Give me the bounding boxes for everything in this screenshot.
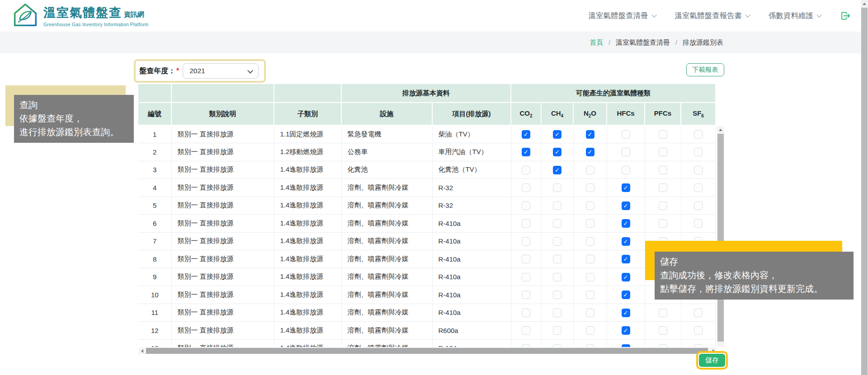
scroll-left-button[interactable]	[138, 347, 146, 354]
gas-checkbox-unchecked[interactable]	[522, 309, 530, 317]
gas-checkbox-unchecked[interactable]	[622, 166, 630, 174]
gas-checkbox-checked[interactable]	[622, 202, 630, 210]
gas-checkbox-unchecked[interactable]	[553, 309, 561, 317]
gas-checkbox-unchecked[interactable]	[694, 326, 703, 335]
nav-item-coefficient[interactable]: 係數資料維護	[769, 11, 821, 21]
page-scroll-thumb[interactable]	[861, 8, 868, 375]
gas-checkbox-unchecked[interactable]	[522, 166, 530, 174]
gas-checkbox-unchecked[interactable]	[553, 183, 561, 192]
gas-checkbox-unchecked[interactable]	[553, 344, 561, 347]
gas-checkbox-checked[interactable]	[622, 326, 630, 335]
horizontal-scroll-thumb[interactable]	[146, 348, 708, 354]
gas-checkbox-unchecked[interactable]	[659, 166, 667, 174]
gas-cell	[511, 339, 541, 347]
save-button[interactable]: 儲存	[699, 354, 725, 367]
gas-checkbox-unchecked[interactable]	[522, 219, 530, 228]
gas-checkbox-checked[interactable]	[553, 148, 561, 156]
gas-checkbox-unchecked[interactable]	[553, 237, 561, 246]
gas-checkbox-unchecked[interactable]	[694, 183, 703, 192]
gas-checkbox-unchecked[interactable]	[522, 255, 530, 263]
gas-checkbox-unchecked[interactable]	[553, 219, 561, 228]
table-row: 5類別一 直接排放源1.4逸散排放源溶劑、噴霧劑與冷媒R-32	[138, 197, 715, 215]
gas-checkbox-unchecked[interactable]	[586, 344, 594, 347]
gas-checkbox-unchecked[interactable]	[694, 344, 703, 347]
gas-checkbox-unchecked[interactable]	[586, 237, 594, 246]
gas-checkbox-checked[interactable]	[553, 166, 561, 174]
gas-cell	[511, 250, 541, 268]
gas-checkbox-checked[interactable]	[622, 219, 630, 228]
gas-checkbox-unchecked[interactable]	[694, 166, 703, 174]
gas-checkbox-unchecked[interactable]	[522, 326, 530, 335]
gas-checkbox-checked[interactable]	[586, 148, 594, 156]
breadcrumb-inventory[interactable]: 溫室氣體盤查清冊	[616, 38, 670, 47]
gas-checkbox-unchecked[interactable]	[659, 309, 667, 317]
gas-checkbox-checked[interactable]	[622, 183, 630, 192]
gas-checkbox-unchecked[interactable]	[659, 344, 667, 347]
gas-checkbox-unchecked[interactable]	[622, 130, 630, 139]
gas-checkbox-checked[interactable]	[622, 237, 630, 246]
vertical-scroll-thumb[interactable]	[717, 134, 724, 342]
gas-checkbox-unchecked[interactable]	[553, 326, 561, 335]
gas-checkbox-unchecked[interactable]	[659, 202, 667, 210]
scroll-up-button[interactable]	[717, 126, 724, 133]
breadcrumb-bar: 首頁 / 溫室氣體盤查清冊 / 排放源鑑別表	[0, 32, 861, 53]
gas-checkbox-checked[interactable]	[622, 309, 630, 317]
brand-logo[interactable]: 溫室氣體盤查 資訊網 Greenhouse Gas Inventory Info…	[14, 2, 149, 29]
gas-checkbox-checked[interactable]	[622, 344, 630, 347]
gas-checkbox-unchecked[interactable]	[659, 148, 667, 156]
gas-checkbox-unchecked[interactable]	[553, 255, 561, 263]
gas-checkbox-unchecked[interactable]	[553, 273, 561, 281]
gas-checkbox-unchecked[interactable]	[694, 219, 703, 228]
gas-checkbox-unchecked[interactable]	[522, 273, 530, 281]
gas-checkbox-unchecked[interactable]	[522, 344, 530, 347]
gas-checkbox-checked[interactable]	[622, 273, 630, 281]
gas-checkbox-unchecked[interactable]	[586, 273, 594, 281]
gas-checkbox-checked[interactable]	[522, 148, 530, 156]
gas-cell	[573, 125, 607, 143]
gas-checkbox-unchecked[interactable]	[522, 291, 530, 299]
brand-title-suffix: 資訊網	[124, 10, 144, 19]
breadcrumb-home[interactable]: 首頁	[590, 38, 603, 47]
gas-checkbox-unchecked[interactable]	[553, 202, 561, 210]
gas-checkbox-checked[interactable]	[622, 255, 630, 263]
gas-checkbox-unchecked[interactable]	[586, 183, 594, 192]
gas-checkbox-unchecked[interactable]	[659, 219, 667, 228]
cell-item: R-32	[432, 179, 511, 197]
gas-checkbox-checked[interactable]	[586, 130, 594, 139]
gas-checkbox-unchecked[interactable]	[522, 183, 530, 192]
gas-checkbox-unchecked[interactable]	[586, 202, 594, 210]
cell-no: 6	[138, 215, 171, 233]
gas-checkbox-unchecked[interactable]	[694, 130, 703, 139]
download-report-button[interactable]: 下載報表	[686, 63, 724, 76]
gas-checkbox-unchecked[interactable]	[694, 148, 703, 156]
table-header: 排放源基本資料 可能產生的溫室氣體種類 編號 類別說明 子類別 設施 項目(排放…	[138, 84, 715, 125]
gas-cell	[541, 250, 573, 268]
gas-checkbox-unchecked[interactable]	[586, 166, 594, 174]
gas-checkbox-unchecked[interactable]	[694, 202, 703, 210]
gas-cell	[607, 197, 645, 215]
gas-checkbox-unchecked[interactable]	[586, 326, 594, 335]
gas-checkbox-unchecked[interactable]	[522, 202, 530, 210]
gas-checkbox-unchecked[interactable]	[622, 148, 630, 156]
table-row: 1類別一 直接排放源1.1固定燃燒源緊急發電機柴油（TV）	[138, 125, 715, 143]
col-header-category: 類別說明	[171, 103, 274, 125]
gas-checkbox-unchecked[interactable]	[659, 183, 667, 192]
gas-checkbox-unchecked[interactable]	[522, 237, 530, 246]
gas-checkbox-unchecked[interactable]	[659, 130, 667, 139]
gas-checkbox-checked[interactable]	[622, 291, 630, 299]
gas-checkbox-unchecked[interactable]	[586, 291, 594, 299]
gas-checkbox-unchecked[interactable]	[586, 219, 594, 228]
nav-item-report[interactable]: 溫室氣體盤查報告書	[675, 11, 750, 21]
logout-icon[interactable]	[840, 10, 851, 21]
gas-checkbox-unchecked[interactable]	[694, 309, 703, 317]
gas-checkbox-unchecked[interactable]	[553, 291, 561, 299]
gas-checkbox-unchecked[interactable]	[586, 309, 594, 317]
gas-checkbox-unchecked[interactable]	[586, 255, 594, 263]
year-select[interactable]: 2021	[183, 63, 259, 79]
gas-checkbox-checked[interactable]	[522, 130, 530, 139]
nav-item-inventory[interactable]: 溫室氣體盤查清冊	[589, 11, 656, 21]
gas-cell	[541, 286, 573, 304]
gas-checkbox-checked[interactable]	[553, 130, 561, 139]
scroll-up-button[interactable]	[861, 0, 868, 7]
gas-checkbox-unchecked[interactable]	[659, 326, 667, 335]
